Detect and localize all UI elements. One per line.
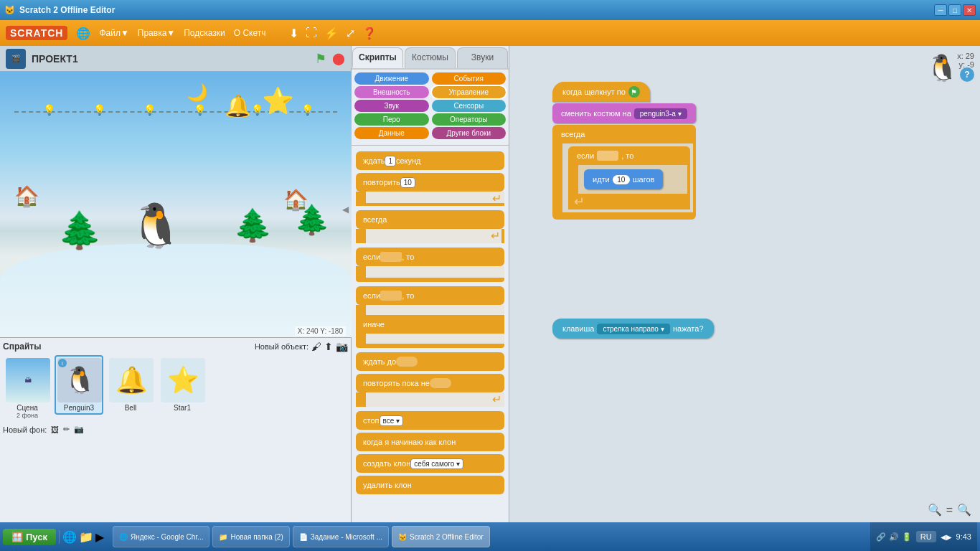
- light-bulb-6: 💡: [301, 104, 314, 116]
- block-if-else[interactable]: если , то: [356, 286, 504, 305]
- zoom-out-button[interactable]: 🔍: [957, 503, 971, 517]
- language-indicator[interactable]: RU: [916, 531, 936, 542]
- if-c-block[interactable]: если , то идти 10 шагов: [568, 146, 690, 209]
- move-steps-input[interactable]: 10: [613, 175, 630, 184]
- cat-control-button[interactable]: Управление: [432, 86, 507, 98]
- close-button[interactable]: ✕: [963, 4, 976, 16]
- sprite-item-bell[interactable]: 🔔 Bell: [106, 355, 155, 415]
- taskbar-btn-folder[interactable]: 📁 Новая папка (2): [212, 526, 289, 547]
- house-decor-left: 🏠: [14, 184, 39, 208]
- wait-input[interactable]: 1: [385, 156, 396, 166]
- sensor-block-stack[interactable]: клавиша стрелка направо ▾ нажата?: [552, 319, 714, 339]
- sprite-item-scene[interactable]: 🏔 Сцена 2 фона: [3, 355, 52, 422]
- cat-look-button[interactable]: Внешность: [354, 86, 429, 98]
- window-controls[interactable]: ─ □ ✕: [934, 4, 976, 16]
- block-else-label: иначе: [356, 315, 504, 334]
- blocks-list: ждать 1 секунд повторить 10 ↵ всегда ↵: [352, 149, 509, 522]
- move-steps-block[interactable]: идти 10 шагов: [584, 169, 663, 189]
- quick-launch: 🌐 📁 ▶: [59, 530, 104, 544]
- stop-dropdown[interactable]: все ▾: [380, 415, 404, 426]
- cat-move-button[interactable]: Движение: [354, 72, 429, 85]
- menu-edit[interactable]: Правка▼: [138, 28, 175, 38]
- tab-scripts[interactable]: Скрипты: [352, 47, 403, 68]
- toolbar-help[interactable]: ❓: [362, 27, 377, 40]
- costume-dropdown[interactable]: penguin3-a ▾: [634, 108, 687, 119]
- menu-tips[interactable]: Подсказки: [184, 28, 225, 38]
- block-wait[interactable]: ждать 1 секунд: [356, 151, 504, 170]
- block-if-group: если , то: [356, 248, 504, 282]
- block-if[interactable]: если , то: [356, 248, 504, 266]
- toolbar-fullscreen[interactable]: ⛶: [306, 27, 317, 39]
- menu-file[interactable]: Файл▼: [99, 28, 128, 38]
- block-forever[interactable]: всегда: [356, 210, 504, 229]
- maximize-button[interactable]: □: [948, 4, 961, 16]
- switch-costume-block[interactable]: сменить костюм на penguin3-a ▾: [552, 103, 696, 123]
- switch-costume-row: сменить костюм на penguin3-a ▾: [552, 103, 696, 123]
- script-main-stack[interactable]: когда щелкнут по ⚑ сменить костюм на pen…: [552, 82, 696, 220]
- cat-operator-button[interactable]: Операторы: [432, 113, 507, 126]
- taskbar-btn-chrome[interactable]: 🌐 Яндекс - Google Chr...: [113, 526, 209, 547]
- cat-sensor-button[interactable]: Сенсоры: [432, 100, 507, 112]
- paint-backdrop-button[interactable]: 🖼: [51, 425, 59, 434]
- toolbar-turbo[interactable]: ⚡: [324, 27, 339, 40]
- key-pressed-block[interactable]: клавиша стрелка направо ▾ нажата?: [552, 319, 714, 339]
- star-decor: ⭐: [262, 86, 294, 116]
- key-dropdown[interactable]: стрелка направо ▾: [597, 324, 670, 334]
- cat-events-button[interactable]: События: [432, 72, 507, 85]
- camera-sprite-button[interactable]: 📷: [336, 341, 348, 352]
- when-flag-clicked-block[interactable]: когда щелкнут по ⚑: [552, 82, 650, 102]
- media-icon[interactable]: ▶: [95, 530, 104, 544]
- move-unit: шагов: [633, 175, 655, 184]
- nav-arrows[interactable]: ◀▶: [941, 533, 952, 541]
- upload-backdrop-button[interactable]: ✏: [63, 425, 70, 434]
- forever-c-block[interactable]: всегда если , то идти: [552, 125, 696, 220]
- paint-new-sprite-button[interactable]: 🖌: [311, 341, 321, 352]
- zoom-reset-button[interactable]: =: [946, 504, 953, 517]
- help-button[interactable]: ?: [960, 67, 974, 82]
- left-panel: 🎬 ПРОЕКТ1 ⚑ ⬤ 💡 💡 💡 💡 💡 💡 🌙 ⭐ 🔔 🏠 🏠 🌲 🌲 …: [0, 46, 352, 522]
- clone-dropdown[interactable]: себя самого ▾: [410, 458, 463, 469]
- start-button[interactable]: 🪟 Пуск: [3, 529, 56, 545]
- palette-divider: [352, 145, 509, 146]
- block-repeat-until[interactable]: повторять пока не: [356, 374, 504, 392]
- taskbar-btn-word[interactable]: 📄 Задание - Microsoft ...: [293, 526, 389, 547]
- block-wait-until[interactable]: ждать до: [356, 352, 504, 371]
- camera-backdrop-button[interactable]: 📷: [74, 425, 84, 434]
- cat-sound-button[interactable]: Звук: [354, 100, 429, 112]
- if-body: [356, 266, 504, 278]
- cat-data-button[interactable]: Данные: [354, 127, 429, 139]
- minimize-button[interactable]: ─: [934, 4, 947, 16]
- folder-label: Новая папка (2): [230, 533, 283, 541]
- tab-sounds[interactable]: Звуки: [457, 47, 508, 68]
- sprite-thumb-penguin3: 🐧 i: [57, 358, 102, 402]
- move-label: идти: [593, 175, 610, 184]
- green-flag-button[interactable]: ⚑: [315, 51, 326, 67]
- block-stop[interactable]: стоп все ▾: [356, 411, 504, 430]
- language-globe[interactable]: 🌐: [76, 27, 90, 40]
- key-label: клавиша: [562, 324, 594, 333]
- stop-button[interactable]: ⬤: [332, 52, 345, 65]
- toolbar-upload[interactable]: ⬇: [289, 27, 298, 40]
- repeat-input[interactable]: 10: [400, 177, 415, 188]
- word-label: Задание - Microsoft ...: [311, 533, 382, 541]
- sprite-item-penguin3[interactable]: 🐧 i Penguin3: [55, 355, 103, 415]
- toolbar-share[interactable]: ⤢: [346, 27, 355, 40]
- sprite-item-star1[interactable]: ⭐ Star1: [158, 355, 207, 415]
- upload-sprite-button[interactable]: ⬆: [324, 341, 333, 352]
- tab-costumes[interactable]: Костюмы: [405, 47, 456, 68]
- cat-pen-button[interactable]: Перо: [354, 113, 429, 126]
- block-delete-clone[interactable]: удалить клон: [356, 476, 504, 494]
- cat-more-button[interactable]: Другие блоки: [432, 127, 507, 139]
- folder-icon[interactable]: 📁: [79, 530, 93, 544]
- menu-about[interactable]: О Скетч: [234, 28, 266, 38]
- sprite-info-badge: i: [58, 359, 67, 367]
- if-condition: [380, 252, 402, 262]
- ie-icon[interactable]: 🌐: [62, 530, 77, 544]
- block-repeat[interactable]: повторить 10: [356, 173, 504, 192]
- taskbar-btn-scratch[interactable]: 🐱 Scratch 2 Offline Editor: [392, 526, 490, 547]
- light-bulb-3: 💡: [143, 104, 156, 116]
- block-create-clone[interactable]: создать клон себя самого ▾: [356, 454, 504, 473]
- new-object-tools: Новый объект: 🖌 ⬆ 📷: [255, 341, 348, 352]
- zoom-in-button[interactable]: 🔍: [928, 503, 942, 517]
- block-clone-start[interactable]: когда я начинаю как клон: [356, 433, 504, 451]
